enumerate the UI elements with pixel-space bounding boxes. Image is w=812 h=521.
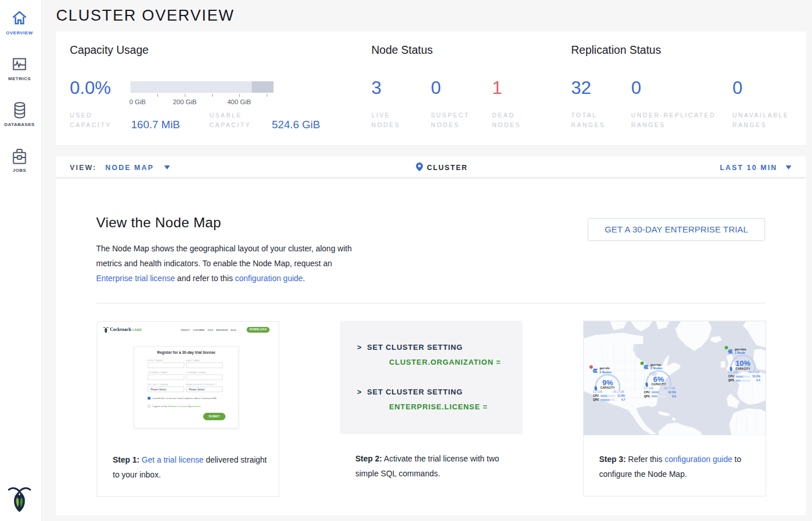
svg-text:CPU: CPU [593, 394, 599, 397]
svg-text:10%: 10% [735, 359, 750, 368]
svg-text:3.6 GiB: 3.6 GiB [728, 370, 738, 374]
svg-text:CPU: CPU [728, 375, 735, 378]
svg-text:9%: 9% [603, 378, 613, 387]
svg-text:11.0%: 11.0% [617, 394, 625, 397]
svg-text:4.7: 4.7 [621, 398, 625, 401]
svg-text:CAPACITY: CAPACITY [651, 383, 666, 386]
svg-text:1 Node: 1 Node [735, 351, 745, 354]
svg-text:CAPACITY: CAPACITY [600, 386, 615, 389]
svg-text:QPS: QPS [728, 379, 735, 382]
svg-text:CAPACITY: CAPACITY [736, 368, 751, 370]
svg-text:3.2 GiB: 3.2 GiB [593, 390, 603, 393]
svg-text:2 Nodes: 2 Nodes [651, 366, 663, 370]
svg-text:52.3%: 52.3% [752, 375, 760, 378]
svg-text:35.1 GiB: 35.1 GiB [613, 390, 624, 393]
svg-text:34.4 GiB: 34.4 GiB [748, 370, 760, 374]
svg-text:43.7 GiB: 43.7 GiB [664, 386, 675, 390]
svg-text:2 Nodes: 2 Nodes [600, 370, 612, 374]
svg-text:QPS: QPS [644, 395, 650, 398]
svg-text:42.5%: 42.5% [668, 391, 676, 394]
svg-text:6%: 6% [653, 375, 664, 384]
svg-text:QPS: QPS [593, 398, 599, 401]
svg-text:0.0: 0.0 [672, 395, 676, 398]
svg-text:0.4: 0.4 [756, 379, 760, 382]
svg-text:3.7 GiB: 3.7 GiB [644, 386, 653, 390]
svg-text:CPU: CPU [644, 391, 650, 394]
